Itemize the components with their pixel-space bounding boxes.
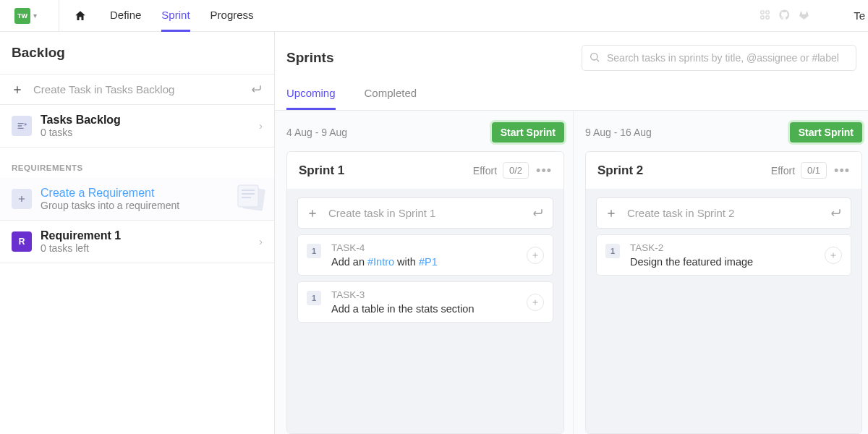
- start-sprint-button[interactable]: Start Sprint: [790, 122, 862, 142]
- add-assignee-button[interactable]: [527, 247, 544, 264]
- task-code: TASK-4: [331, 242, 438, 253]
- divider: [59, 0, 59, 32]
- plus-icon: [12, 189, 32, 209]
- sprint-1-dates: 4 Aug - 9 Aug: [286, 127, 347, 138]
- sprint-1-card: Sprint 1 Effort 0/2 ••• Create task in S…: [286, 151, 564, 434]
- requirement-badge: R: [12, 231, 32, 252]
- effort-label: Effort: [473, 165, 497, 176]
- sprint-2-card: Sprint 2 Effort 0/1 ••• Create task in S…: [585, 151, 862, 434]
- gitlab-icon[interactable]: [798, 9, 810, 23]
- requirements-label: REQUIREMENTS: [0, 148, 274, 178]
- requirement-1-subtitle: 0 tasks left: [41, 242, 121, 254]
- task-title: Add a table in the stats section: [331, 303, 475, 315]
- sprint-2-body: Create task in Sprint 2 1 TASK-2 Design …: [586, 189, 861, 433]
- sprint-1-header: Sprint 1 Effort 0/2 •••: [287, 152, 563, 189]
- start-sprint-button[interactable]: Start Sprint: [492, 122, 564, 142]
- subtabs: Upcoming Completed: [275, 71, 868, 111]
- backlog-icon: [12, 116, 32, 136]
- sprint-column-2: 9 Aug - 16 Aug Start Sprint Sprint 2 Eff…: [573, 111, 868, 434]
- sprint-2-effort: 0/1: [801, 162, 827, 179]
- search-wrap: [582, 45, 856, 71]
- task-code: TASK-3: [331, 289, 475, 300]
- tag-intro[interactable]: #Intro: [367, 256, 394, 268]
- sprint-2-header: Sprint 2 Effort 0/1 •••: [586, 152, 861, 189]
- task-title: Design the featured image: [630, 256, 753, 268]
- task-3[interactable]: 1 TASK-3 Add a table in the stats sectio…: [297, 281, 553, 323]
- sprints-board: 4 Aug - 9 Aug Start Sprint Sprint 1 Effo…: [275, 111, 868, 434]
- plus-icon: [307, 208, 318, 219]
- svg-rect-3: [766, 15, 769, 18]
- integrations: [759, 9, 810, 23]
- sprint-1-top: 4 Aug - 9 Aug Start Sprint: [286, 111, 564, 151]
- more-icon[interactable]: •••: [834, 164, 850, 177]
- sprint-column-1: 4 Aug - 9 Aug Start Sprint Sprint 1 Effo…: [275, 111, 573, 434]
- chevron-down-icon[interactable]: ▾: [33, 12, 37, 20]
- svg-rect-5: [238, 185, 258, 207]
- task-code: TASK-2: [630, 242, 753, 253]
- tasks-backlog-subtitle: 0 tasks: [41, 127, 121, 138]
- nav-tabs: Define Sprint Progress: [110, 0, 254, 32]
- sprint-1-body: Create task in Sprint 1 1 TASK-4 Add an …: [287, 189, 563, 433]
- requirement-1-title: Requirement 1: [41, 229, 121, 242]
- chevron-right-icon: ›: [259, 236, 263, 247]
- right-link[interactable]: Te: [854, 9, 865, 22]
- sprint-2-dates: 9 Aug - 16 Aug: [585, 127, 652, 138]
- sprint-2-name: Sprint 2: [597, 163, 643, 178]
- enter-icon: [531, 205, 544, 221]
- sidebar-item-tasks-backlog[interactable]: Tasks Backlog 0 tasks ›: [0, 105, 274, 148]
- svg-rect-1: [766, 10, 769, 13]
- main-header: Sprints: [275, 32, 868, 71]
- task-title: Add an #Intro with #P1: [331, 256, 438, 268]
- svg-point-9: [591, 54, 597, 60]
- plus-icon: [12, 84, 23, 95]
- svg-rect-2: [761, 15, 764, 18]
- layout: Backlog Create Task in Tasks Backlog Tas…: [0, 32, 868, 434]
- svg-rect-0: [761, 10, 764, 13]
- tab-sprint[interactable]: Sprint: [161, 0, 190, 32]
- tag-p1[interactable]: #P1: [419, 256, 438, 268]
- create-requirement[interactable]: Create a Requirement Group tasks into a …: [0, 178, 274, 221]
- search-input[interactable]: [582, 45, 856, 71]
- create-requirement-subtitle: Group tasks into a requirement: [41, 200, 179, 211]
- add-assignee-button[interactable]: [825, 247, 842, 264]
- task-2[interactable]: 1 TASK-2 Design the featured image: [596, 234, 851, 276]
- task-4[interactable]: 1 TASK-4 Add an #Intro with #P1: [297, 234, 553, 276]
- create-task-sprint-1[interactable]: Create task in Sprint 1: [297, 197, 553, 229]
- sidebar-title: Backlog: [0, 32, 274, 74]
- create-task-sprint-2[interactable]: Create task in Sprint 2: [596, 197, 851, 229]
- workspace-badge[interactable]: TW: [14, 8, 30, 24]
- task-effort-badge: 1: [605, 244, 620, 258]
- home-icon[interactable]: [74, 9, 87, 22]
- tab-progress[interactable]: Progress: [210, 0, 254, 32]
- enter-icon: [829, 205, 842, 221]
- effort-label: Effort: [771, 165, 795, 176]
- search-icon: [589, 51, 600, 65]
- tab-define[interactable]: Define: [110, 0, 141, 32]
- slack-icon[interactable]: [759, 9, 771, 23]
- topbar: TW ▾ Define Sprint Progress Te: [0, 0, 868, 32]
- create-requirement-title: Create a Requirement: [41, 187, 179, 200]
- add-assignee-button[interactable]: [527, 294, 544, 311]
- tasks-backlog-title: Tasks Backlog: [41, 114, 121, 127]
- create-task-placeholder: Create task in Sprint 1: [328, 207, 531, 219]
- task-effort-badge: 1: [307, 291, 321, 305]
- sprint-1-effort: 0/2: [503, 162, 529, 179]
- sidebar-item-requirement-1[interactable]: R Requirement 1 0 tasks left ›: [0, 221, 274, 263]
- create-task-placeholder: Create task in Sprint 2: [627, 207, 829, 219]
- more-icon[interactable]: •••: [536, 164, 552, 177]
- create-task-placeholder: Create Task in Tasks Backlog: [33, 83, 250, 95]
- subtab-completed[interactable]: Completed: [365, 87, 417, 110]
- sprint-2-top: 9 Aug - 16 Aug Start Sprint: [585, 111, 862, 151]
- github-icon[interactable]: [778, 9, 791, 23]
- create-task-backlog[interactable]: Create Task in Tasks Backlog: [0, 74, 274, 105]
- subtab-upcoming[interactable]: Upcoming: [286, 87, 336, 110]
- main: Sprints Upcoming Completed 4 Aug - 9 Aug…: [275, 32, 868, 434]
- sidebar: Backlog Create Task in Tasks Backlog Tas…: [0, 32, 275, 434]
- chevron-right-icon: ›: [259, 120, 263, 132]
- enter-icon: [250, 82, 263, 97]
- sprint-1-name: Sprint 1: [299, 163, 344, 178]
- document-icon: [234, 184, 267, 215]
- task-effort-badge: 1: [307, 244, 321, 258]
- page-title: Sprints: [286, 50, 333, 66]
- plus-icon: [605, 208, 617, 219]
